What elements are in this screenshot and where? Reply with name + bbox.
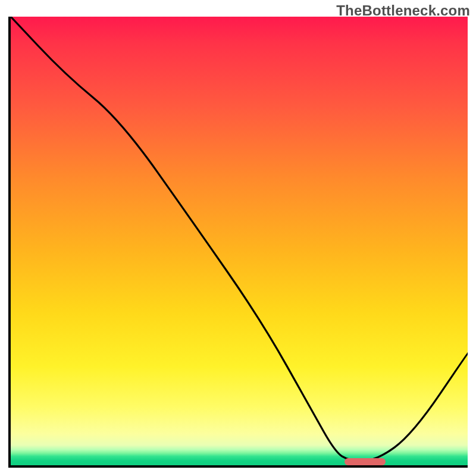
bottleneck-curve-path <box>11 17 468 461</box>
optimal-range-marker <box>345 458 386 465</box>
plot-area <box>8 17 468 468</box>
bottleneck-chart: TheBottleneck.com <box>0 0 476 476</box>
curve-svg <box>11 17 468 465</box>
